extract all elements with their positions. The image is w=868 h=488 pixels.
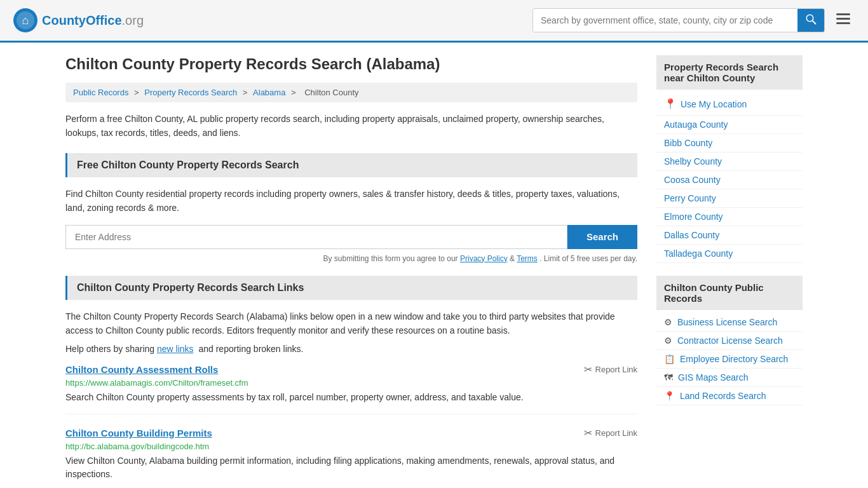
header-right xyxy=(532,6,855,34)
svg-rect-5 xyxy=(836,13,850,15)
search-description: Find Chilton County residential property… xyxy=(65,187,637,215)
main-layout: Chilton County Property Records Search (… xyxy=(53,43,815,488)
logo-text: CountyOffice.org xyxy=(42,13,144,28)
link-item-header: Chilton County Assessment Rolls ✂ Report… xyxy=(65,363,637,376)
assessment-rolls-url: https://www.alabamagis.com/Chilton/frame… xyxy=(65,378,637,388)
header: ⌂ CountyOffice.org xyxy=(0,0,868,43)
public-records-section: Chilton County Public Records ⚙ Business… xyxy=(656,276,803,405)
talladega-county-link[interactable]: Talladega County xyxy=(664,248,733,259)
nearby-section-title: Property Records Search near Chilton Cou… xyxy=(656,55,803,90)
svg-text:⌂: ⌂ xyxy=(22,14,29,27)
building-permits-link[interactable]: Chilton County Building Permits xyxy=(65,428,212,438)
perry-county-link[interactable]: Perry County xyxy=(664,193,716,203)
breadcrumb: Public Records > Property Records Search… xyxy=(65,83,637,102)
list-item: ⚙ Contractor License Search xyxy=(656,332,803,350)
scissors-icon: ✂ xyxy=(584,363,592,376)
map-icon: 🗺 xyxy=(664,372,673,383)
new-links-link[interactable]: new links xyxy=(157,344,194,354)
scissors-icon: ✂ xyxy=(584,427,592,439)
list-item: ⚙ Business License Search xyxy=(656,313,803,332)
header-search-input[interactable] xyxy=(533,9,797,32)
contractor-license-search-link[interactable]: Contractor License Search xyxy=(677,336,783,346)
public-records-title: Chilton County Public Records xyxy=(656,276,803,310)
list-item: Bibb County xyxy=(656,134,803,152)
search-icon xyxy=(805,13,817,25)
building-permits-desc: View Chilton County, Alabama building pe… xyxy=(65,454,637,481)
gis-maps-search-link[interactable]: GIS Maps Search xyxy=(678,372,749,383)
svg-line-4 xyxy=(813,21,816,24)
address-input[interactable] xyxy=(65,225,567,249)
report-link-button[interactable]: ✂ Report Link xyxy=(584,363,637,376)
link-item-header: Chilton County Building Permits ✂ Report… xyxy=(65,427,637,439)
list-item: Shelby County xyxy=(656,152,803,171)
link-item: Chilton County Building Permits ✂ Report… xyxy=(65,427,637,488)
list-item: 🗺 GIS Maps Search xyxy=(656,369,803,387)
links-intro: The Chilton County Property Records Sear… xyxy=(65,309,637,338)
form-disclaimer: By submitting this form you agree to our… xyxy=(65,254,637,263)
nearby-counties-section: Property Records Search near Chilton Cou… xyxy=(656,55,803,263)
hamburger-menu-icon[interactable] xyxy=(831,6,855,34)
building-permits-url: http://bc.alabama.gov/buildingcode.htm xyxy=(65,442,637,451)
sidebar: Property Records Search near Chilton Cou… xyxy=(656,55,803,488)
address-search-form: Search By submitting this form you agree… xyxy=(65,225,637,263)
land-records-search-link[interactable]: Land Records Search xyxy=(680,391,766,401)
list-item: Elmore County xyxy=(656,208,803,226)
gear-icon: ⚙ xyxy=(664,317,672,327)
dallas-county-link[interactable]: Dallas County xyxy=(664,230,719,240)
list-item: 📋 Employee Directory Search xyxy=(656,350,803,369)
links-section: Chilton County Property Records Search L… xyxy=(65,276,637,488)
search-button[interactable]: Search xyxy=(567,225,637,249)
list-item: Coosa County xyxy=(656,171,803,189)
bibb-county-link[interactable]: Bibb County xyxy=(664,138,712,148)
breadcrumb-alabama[interactable]: Alabama xyxy=(253,88,285,97)
logo-icon: ⌂ xyxy=(13,8,38,33)
header-search-bar xyxy=(532,8,825,32)
logo-area: ⌂ CountyOffice.org xyxy=(13,8,144,33)
assessment-rolls-link[interactable]: Chilton County Assessment Rolls xyxy=(65,364,218,375)
share-line: Help others by sharing new links and rep… xyxy=(65,344,637,354)
privacy-policy-link[interactable]: Privacy Policy xyxy=(460,254,508,263)
pin-icon: 📍 xyxy=(664,98,677,110)
breadcrumb-current: Chilton County xyxy=(304,88,358,97)
list-item: Autauga County xyxy=(656,116,803,134)
nearby-counties-list: Autauga County Bibb County Shelby County… xyxy=(656,116,803,263)
report-link-button[interactable]: ✂ Report Link xyxy=(584,427,637,439)
list-item: Talladega County xyxy=(656,245,803,263)
coosa-county-link[interactable]: Coosa County xyxy=(664,175,721,185)
free-search-section: Free Chilton County Property Records Sea… xyxy=(65,153,637,263)
breadcrumb-property-records[interactable]: Property Records Search xyxy=(144,88,237,97)
content-area: Chilton County Property Records Search (… xyxy=(65,55,637,488)
land-icon: 📍 xyxy=(664,391,675,401)
use-my-location-link[interactable]: Use My Location xyxy=(681,99,747,109)
list-item: 📍 Land Records Search xyxy=(656,387,803,405)
link-item: Chilton County Assessment Rolls ✂ Report… xyxy=(65,363,637,414)
list-item: Perry County xyxy=(656,189,803,208)
list-item: Dallas County xyxy=(656,226,803,245)
header-search-button[interactable] xyxy=(797,9,824,32)
elmore-county-link[interactable]: Elmore County xyxy=(664,212,723,222)
page-title: Chilton County Property Records Search (… xyxy=(65,55,637,73)
shelby-county-link[interactable]: Shelby County xyxy=(664,156,722,166)
intro-text: Perform a free Chilton County, AL public… xyxy=(65,112,637,140)
links-section-heading: Chilton County Property Records Search L… xyxy=(65,276,637,300)
svg-rect-7 xyxy=(836,22,850,24)
free-search-heading: Free Chilton County Property Records Sea… xyxy=(65,153,637,177)
public-records-list: ⚙ Business License Search ⚙ Contractor L… xyxy=(656,313,803,405)
breadcrumb-public-records[interactable]: Public Records xyxy=(73,88,128,97)
briefcase-icon: 📋 xyxy=(664,354,675,364)
use-location-row: 📍 Use My Location xyxy=(656,93,803,116)
address-search-row: Search xyxy=(65,225,637,249)
business-license-search-link[interactable]: Business License Search xyxy=(677,317,777,327)
assessment-rolls-desc: Search Chilton County property assessmen… xyxy=(65,391,637,404)
gear-icon: ⚙ xyxy=(664,336,672,346)
svg-rect-6 xyxy=(836,18,850,20)
employee-directory-search-link[interactable]: Employee Directory Search xyxy=(680,354,788,364)
autauga-county-link[interactable]: Autauga County xyxy=(664,119,728,130)
terms-link[interactable]: Terms xyxy=(517,254,538,263)
